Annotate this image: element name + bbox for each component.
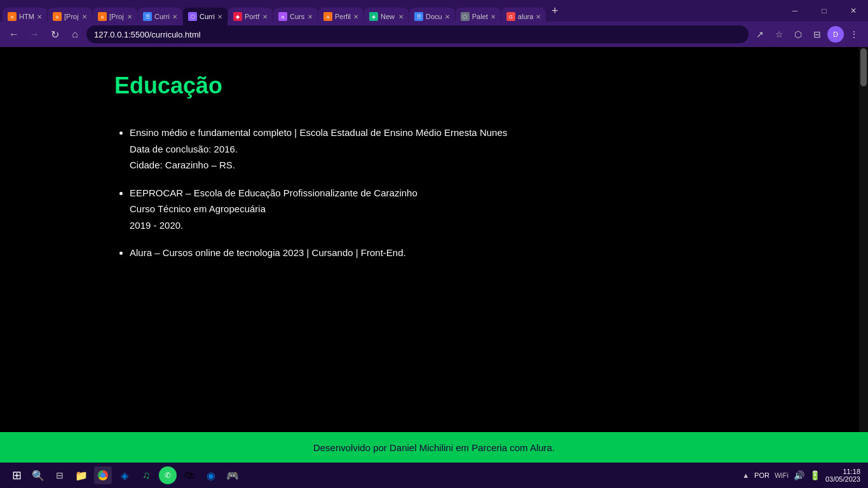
gamepad-taskbar[interactable]: 🎮	[224, 466, 241, 484]
profile-avatar[interactable]: D	[827, 26, 844, 43]
search-taskbar-button[interactable]: 🔍	[29, 466, 47, 484]
minimize-button[interactable]: ─	[780, 1, 810, 20]
tab-favicon-t5: ⬡	[188, 12, 197, 21]
tab-favicon-t1: a	[8, 12, 17, 21]
speaker-icon[interactable]: 🔊	[794, 470, 804, 480]
tab-close-t12[interactable]: ✕	[536, 13, 541, 20]
close-button[interactable]: ✕	[839, 1, 868, 20]
address-icons: ↗ ☆ ⬡ ⊟ D ⋮	[751, 25, 863, 43]
reload-button[interactable]: ↻	[46, 25, 64, 43]
browser-tab-t5[interactable]: ⬡ Curri ✕	[183, 8, 227, 25]
tab-close-t5[interactable]: ✕	[217, 13, 222, 20]
edge-taskbar[interactable]: ◉	[202, 466, 220, 484]
section-title: Educação	[114, 72, 754, 99]
tab-label-t4: Curri	[154, 13, 170, 20]
tab-close-t1[interactable]: ✕	[37, 13, 42, 20]
education-item-2: Alura – Cursos online de tecnologia 2023…	[130, 245, 754, 261]
browser-tab-t9[interactable]: ◈ New ✕	[364, 8, 409, 25]
tab-label-t3: [Proj	[109, 13, 125, 20]
taskbar: ⊞ 🔍 ⊟ 📁 ◈ ♫ ✆ 🛍 ◉ 🎮 ▲ POR WiFi 🔊 🔋 11:18…	[0, 463, 868, 488]
tab-favicon-t7: a	[278, 12, 287, 21]
tab-close-t11[interactable]: ✕	[491, 13, 496, 20]
tab-close-t10[interactable]: ✕	[445, 13, 450, 20]
tab-close-t4[interactable]: ✕	[172, 13, 177, 20]
browser-tab-t8[interactable]: a Perfil ✕	[318, 8, 363, 25]
tab-label-t6: Portf	[245, 13, 260, 20]
browser-tab-t6[interactable]: ◆ Portf ✕	[228, 8, 273, 25]
tab-favicon-t8: a	[323, 12, 332, 21]
tab-label-t8: Perfil	[335, 13, 351, 20]
browser-tab-t3[interactable]: a [Proj ✕	[93, 8, 137, 25]
notification-icon[interactable]: ▲	[742, 471, 749, 479]
education-item-0: Ensino médio e fundamental completo | Es…	[130, 125, 754, 173]
home-button[interactable]: ⌂	[66, 25, 84, 43]
address-bar: ← → ↻ ⌂ ↗ ☆ ⬡ ⊟ D ⋮	[0, 22, 868, 47]
browser-tab-t2[interactable]: a [Proj ✕	[48, 8, 92, 25]
extensions-icon[interactable]: ⬡	[789, 25, 807, 43]
windows-start-button[interactable]: ⊞	[8, 466, 25, 484]
tab-label-t10: Docu	[426, 13, 442, 20]
education-item-1: EEPROCAR – Escola de Educação Profission…	[130, 185, 754, 234]
education-list: Ensino médio e fundamental completo | Es…	[114, 125, 754, 261]
lang-indicator: POR	[754, 471, 770, 479]
browser-window: a HTM ✕ a [Proj ✕ a [Proj ✕ ☰ Curri ✕ ⬡ …	[0, 0, 868, 488]
tab-close-t7[interactable]: ✕	[308, 13, 313, 20]
chrome-taskbar[interactable]	[94, 466, 112, 484]
back-button[interactable]: ←	[5, 25, 23, 43]
store-taskbar[interactable]: 🛍	[180, 466, 198, 484]
share-icon[interactable]: ↗	[751, 25, 769, 43]
tab-label-t1: HTM	[19, 13, 34, 20]
tab-label-t2: [Proj	[64, 13, 79, 20]
sidebar-toggle[interactable]: ⊟	[808, 25, 826, 43]
clock: 11:18 03/05/2023	[825, 468, 860, 483]
vscode-taskbar[interactable]: ◈	[116, 466, 133, 484]
page-footer: Desenvolvido por Daniel Michilini em Par…	[0, 432, 868, 463]
tab-label-t7: Curs	[290, 13, 305, 20]
page-content: Educação Ensino médio e fundamental comp…	[0, 47, 868, 432]
footer-text: Desenvolvido por Daniel Michilini em Par…	[313, 442, 555, 453]
forward-button[interactable]: →	[25, 25, 43, 43]
tab-close-t8[interactable]: ✕	[353, 13, 358, 20]
scrollbar-thumb[interactable]	[860, 48, 867, 86]
browser-tab-t7[interactable]: a Curs ✕	[273, 8, 318, 25]
tab-favicon-t2: a	[53, 12, 62, 21]
tab-label-t9: New	[381, 13, 396, 20]
tab-close-t3[interactable]: ✕	[127, 13, 132, 20]
wifi-icon[interactable]: WiFi	[775, 471, 789, 479]
tab-bar-container: a HTM ✕ a [Proj ✕ a [Proj ✕ ☰ Curri ✕ ⬡ …	[0, 0, 868, 22]
tab-new-button[interactable]: +	[546, 2, 564, 20]
spotify-taskbar[interactable]: ♫	[137, 466, 155, 484]
tab-favicon-t6: ◆	[233, 12, 242, 21]
taskbar-right: ▲ POR WiFi 🔊 🔋 11:18 03/05/2023	[742, 468, 860, 483]
date-display: 03/05/2023	[825, 475, 860, 483]
tab-favicon-t10: ☰	[414, 12, 423, 21]
tab-favicon-t3: a	[98, 12, 107, 21]
file-explorer-taskbar[interactable]: 📁	[72, 466, 90, 484]
tab-close-t2[interactable]: ✕	[82, 13, 87, 20]
task-view-button[interactable]: ⊟	[51, 466, 69, 484]
browser-tab-t12[interactable]: G alura ✕	[501, 8, 546, 25]
battery-icon[interactable]: 🔋	[810, 470, 820, 480]
tab-close-t6[interactable]: ✕	[262, 13, 268, 20]
bookmark-icon[interactable]: ☆	[770, 25, 788, 43]
tab-favicon-t9: ◈	[369, 12, 378, 21]
browser-tab-t4[interactable]: ☰ Curri ✕	[138, 8, 182, 25]
browser-tab-t11[interactable]: ⬡ Palet ✕	[456, 8, 501, 25]
whatsapp-taskbar[interactable]: ✆	[159, 466, 177, 484]
time-display: 11:18	[825, 468, 860, 475]
tab-favicon-t12: G	[506, 12, 515, 21]
tab-label-t5: Curri	[200, 13, 215, 20]
window-controls: ─ □ ✕	[780, 1, 868, 20]
browser-tab-t10[interactable]: ☰ Docu ✕	[409, 8, 455, 25]
menu-button[interactable]: ⋮	[845, 25, 863, 43]
tab-label-t11: Palet	[472, 13, 488, 20]
maximize-button[interactable]: □	[810, 1, 839, 20]
tab-close-t9[interactable]: ✕	[398, 13, 403, 20]
browser-tab-t1[interactable]: a HTM ✕	[3, 8, 47, 25]
scrollbar[interactable]	[859, 47, 868, 432]
tab-favicon-t11: ⬡	[461, 12, 470, 21]
url-input[interactable]	[86, 25, 749, 43]
tab-bar: a HTM ✕ a [Proj ✕ a [Proj ✕ ☰ Curri ✕ ⬡ …	[3, 0, 546, 22]
tab-label-t12: alura	[518, 13, 533, 20]
tab-favicon-t4: ☰	[143, 12, 152, 21]
